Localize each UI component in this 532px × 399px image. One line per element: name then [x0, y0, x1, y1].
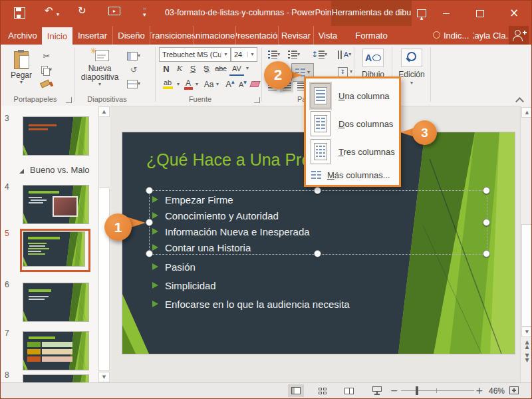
textbox-selection-border[interactable] [149, 190, 487, 255]
zoom-in-button[interactable]: + [475, 385, 483, 396]
tab-insertar[interactable]: Insertar [72, 26, 113, 45]
cut-icon[interactable]: ✂ [39, 50, 54, 62]
selection-handle[interactable] [146, 187, 153, 194]
close-button[interactable]: × [504, 5, 524, 21]
font-dialog-launcher[interactable] [254, 97, 260, 103]
thumbnail-slide-6[interactable] [23, 283, 89, 322]
underline-button[interactable]: S [187, 63, 199, 74]
scroll-down-icon[interactable]: ▼ [521, 327, 532, 337]
font-size-combo[interactable]: 24▾ [231, 47, 257, 62]
change-case-caret[interactable]: ▾ [214, 81, 221, 88]
thumbnail-slide-7[interactable] [23, 331, 89, 370]
scroll-up-icon[interactable]: ▲ [521, 107, 532, 118]
customize-qat-icon[interactable]: ▾ [143, 9, 146, 20]
tellme-box[interactable]: Indic... [444, 26, 473, 45]
magnifier-icon [401, 49, 422, 67]
panel-scroll-down-icon[interactable]: ▼ [98, 372, 110, 382]
selection-handle[interactable] [483, 219, 490, 226]
change-case-button[interactable]: Aa [203, 78, 215, 90]
font-name-combo[interactable]: Trebuchet MS (Cuerpo▾ [159, 47, 231, 62]
callout-step-1: 1 [104, 213, 132, 241]
selection-handle[interactable] [314, 187, 321, 194]
selection-handle[interactable] [146, 219, 153, 226]
save-icon[interactable] [14, 7, 25, 19]
text-highlight-caret[interactable]: ▾ [175, 81, 182, 88]
text-highlight-button[interactable]: ab [160, 78, 175, 90]
reset-slide-icon[interactable]: ↺ [124, 64, 143, 76]
tab-inicio[interactable]: Inicio [42, 27, 72, 45]
format-painter-icon[interactable] [39, 78, 54, 90]
clear-formatting-icon[interactable] [249, 78, 260, 90]
text-shadow-button[interactable]: S [200, 63, 212, 74]
thumbnail-slide-5[interactable] [23, 231, 85, 267]
tab-diseno[interactable]: Diseño [113, 26, 150, 45]
section-title[interactable]: Bueno vs. Malo [30, 165, 90, 175]
strikethrough-button[interactable]: abc [213, 63, 228, 74]
font-color-caret[interactable]: ▾ [194, 81, 200, 88]
font-color-button[interactable]: A [183, 78, 194, 90]
main-scrollbar-thumb[interactable] [521, 224, 532, 327]
panel-scrollbar-thumb[interactable] [98, 188, 110, 371]
panel-scroll-up-icon[interactable]: ▲ [98, 106, 110, 117]
tab-revisar[interactable]: Revisar [279, 26, 314, 45]
undo-caret-icon[interactable]: ▾ [57, 9, 59, 19]
bullets-button[interactable]: ▾ [265, 48, 283, 61]
selection-handle[interactable] [483, 187, 490, 194]
thumbnail-slide-4[interactable] [23, 185, 89, 224]
next-slide-button[interactable]: ▼▼ [522, 353, 532, 362]
menu-item-una-columna[interactable]: Una columna [306, 82, 399, 109]
shrink-font-button[interactable]: A▼ [237, 78, 248, 90]
clipboard-dialog-launcher[interactable] [66, 97, 72, 103]
character-spacing-button[interactable]: AV [229, 63, 244, 76]
previous-slide-button[interactable]: ▲▲ [522, 340, 532, 349]
start-slideshow-icon[interactable]: ▸ [108, 7, 120, 15]
ribbon-display-options-button[interactable]: ▲ [413, 6, 430, 21]
menu-item-mas-columnas[interactable]: Más columnas... [306, 168, 399, 182]
bullet-item[interactable]: Pasión [152, 259, 196, 274]
minimize-button[interactable] [436, 6, 456, 21]
tab-animaciones[interactable]: Animaciones [194, 26, 236, 45]
share-button[interactable] [509, 26, 529, 45]
bold-button[interactable]: N [160, 63, 172, 74]
slideshow-view-button[interactable] [369, 384, 385, 397]
copy-icon[interactable]: ▾ [39, 64, 54, 76]
selection-handle[interactable] [146, 250, 153, 257]
zoom-slider-thumb[interactable] [416, 386, 418, 395]
zoom-out-button[interactable]: − [390, 385, 398, 396]
section-icon[interactable]: ▾ [124, 78, 143, 90]
line-spacing-button[interactable]: ↕ ▾ [309, 48, 329, 61]
bullet-item[interactable]: Enfocarse en lo que la audiencia necesit… [152, 297, 350, 311]
tab-transiciones[interactable]: Transiciones [150, 26, 194, 45]
selection-handle[interactable] [314, 250, 321, 257]
tab-formato[interactable]: Formato [331, 26, 412, 45]
normal-view-button[interactable] [288, 384, 304, 397]
numbering-button[interactable]: ▾ [285, 48, 303, 61]
account-name[interactable]: Kayla Cla... [473, 26, 509, 45]
grow-font-button[interactable]: A▲ [224, 78, 236, 90]
zoom-slider-track[interactable] [401, 390, 474, 391]
bullet-triangle-icon [152, 301, 158, 307]
undo-icon[interactable]: ↶ [45, 6, 53, 16]
selection-handle[interactable] [483, 250, 490, 257]
text-direction-button[interactable]: A▾ [333, 48, 356, 61]
redo-icon[interactable]: ↻ [78, 6, 86, 16]
character-spacing-caret[interactable]: ▾ [244, 65, 251, 72]
fit-slide-to-window-icon[interactable] [509, 386, 519, 394]
menu-item-tres-columnas[interactable]: Tres columnas [306, 138, 399, 165]
slide-layout-icon[interactable]: ▾ [124, 50, 143, 62]
section-collapse-icon[interactable] [19, 169, 24, 174]
zoom-level[interactable]: 46% [485, 386, 505, 396]
bullet-item[interactable]: Simplicidad [152, 278, 216, 293]
tab-presentacion[interactable]: Presentación [236, 26, 279, 45]
new-slide-button[interactable]: ✳ Nueva diapositiva ▾ [78, 49, 122, 92]
menu-item-dos-columnas[interactable]: Dos columnas [306, 110, 399, 137]
callout-step-2: 2 [264, 61, 292, 89]
tab-archivo[interactable]: Archivo [6, 26, 39, 45]
reading-view-button[interactable] [341, 384, 357, 397]
italic-button[interactable]: K [174, 63, 186, 74]
slide-number: 7 [5, 329, 9, 338]
thumbnail-slide-3[interactable] [23, 116, 89, 156]
paste-button[interactable]: Pegar ▾ [6, 49, 37, 92]
maximize-button[interactable] [470, 6, 490, 21]
slide-sorter-view-button[interactable] [315, 384, 331, 397]
